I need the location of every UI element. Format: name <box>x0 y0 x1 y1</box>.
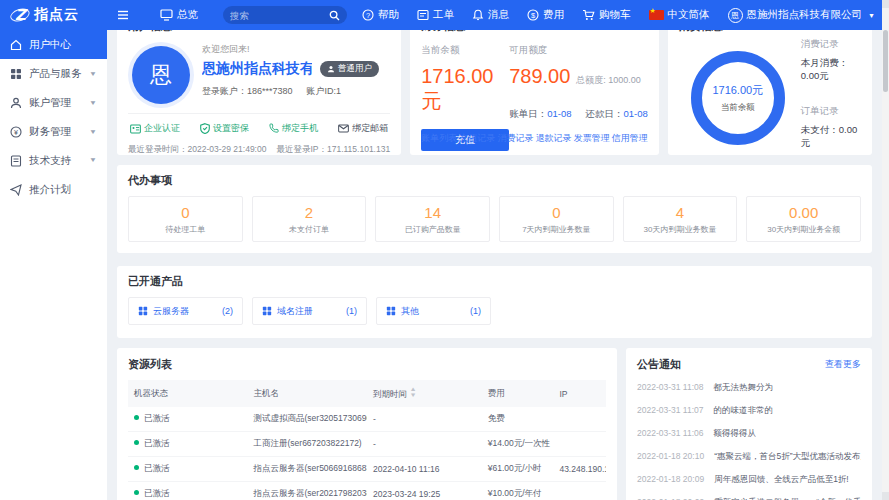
id-card-icon <box>130 124 141 134</box>
action-bind-phone[interactable]: 绑定手机 <box>269 122 318 135</box>
repay-day-link[interactable]: 01-08 <box>623 108 647 119</box>
announcement-item[interactable]: 2022-03-31 11:06 额得得得从 <box>637 422 861 445</box>
monitor-icon <box>160 9 173 21</box>
sort-icon[interactable]: ▲▼ <box>409 386 416 398</box>
chevron-down-icon: ▼ <box>868 12 875 19</box>
sidebar-item-finance-mgmt[interactable]: ¥ 财务管理 ▼ <box>0 117 107 146</box>
user-info-card: 用户信息 恩 欢迎您回来! 恩施州指点科技有... 普通用户 登录账户：186*… <box>117 10 401 155</box>
shield-check-icon <box>200 123 210 134</box>
stat-expiring-7d[interactable]: 07天内到期业务数量 <box>499 196 614 242</box>
credit-label: 可用额度 <box>509 44 648 57</box>
product-other[interactable]: 其他(1) <box>376 297 491 325</box>
link-credit-mgmt[interactable]: 信用管理 <box>612 132 648 145</box>
scroll-down-arrow[interactable] <box>882 492 889 500</box>
table-row[interactable]: 已激活 指点云服务器(ser506691686833) 2022-04-10 1… <box>128 457 606 482</box>
link-consume-records[interactable]: 消费记录 <box>497 132 533 145</box>
link-bill-list[interactable]: 账单列表 <box>421 132 457 145</box>
tab-overview[interactable]: 总览 <box>151 0 207 30</box>
stat-unpaid-orders[interactable]: 2未支付订单 <box>252 196 367 242</box>
announcements-title: 公告通知 <box>637 357 681 372</box>
action-security-question[interactable]: 设置密保 <box>200 122 249 135</box>
col-expire-time[interactable]: 到期时间▲▼ <box>367 380 482 407</box>
sidebar-item-user-center[interactable]: 用户中心 <box>0 30 107 59</box>
stat-pending-tickets[interactable]: 0待处理工单 <box>128 196 243 242</box>
nav-help[interactable]: ? 帮助 <box>353 0 408 30</box>
product-domain-registration[interactable]: 域名注册(1) <box>252 297 367 325</box>
cn-flag-icon <box>649 10 664 20</box>
hostname: 指点云服务器(ser506691686833) <box>248 457 368 482</box>
announcement-item[interactable]: 2022-03-31 11:07 的的味道非常的 <box>637 399 861 422</box>
bill-day-link[interactable]: 01-08 <box>547 108 571 119</box>
ip <box>553 432 606 457</box>
action-bind-email[interactable]: 绑定邮箱 <box>338 122 388 135</box>
logo-text: 指点云 <box>34 6 79 24</box>
expire-time: 2022-04-10 11:16 <box>367 457 482 482</box>
currency-icon: $ <box>527 9 539 21</box>
expire-time: - <box>367 432 482 457</box>
stat-expiring-30d[interactable]: 430天内到期业务数量 <box>623 196 738 242</box>
product-cloud-server[interactable]: 云服务器(2) <box>128 297 243 325</box>
todo-section: 代办事项 0待处理工单 2未支付订单 14已订购产品数量 07天内到期业务数量 … <box>117 165 872 253</box>
chevron-down-icon: ▼ <box>89 128 97 135</box>
machine-status: 已激活 <box>128 457 248 482</box>
app-logo[interactable]: Z 指点云 <box>0 6 107 24</box>
unpaid-amount: 未支付：0.00元 <box>801 124 861 150</box>
ip: 43.248.190.13 <box>553 457 606 482</box>
table-row[interactable]: 已激活 测试虚拟商品(ser320517306901) - 免费 <box>128 407 606 432</box>
scroll-up-arrow[interactable] <box>882 0 889 8</box>
nav-billing[interactable]: $ 费用 <box>518 0 573 30</box>
col-hostname: 主机名 <box>248 380 368 407</box>
expire-time: - <box>367 407 482 432</box>
total-credit: 总额度: 1000.00 <box>576 74 641 87</box>
announcement-item[interactable]: 2022-01-18 20:09 重新定义香港云服务器——“全新一代香港云主机”… <box>637 491 861 500</box>
stat-expiring-30d-amount[interactable]: 0.0030天内到期业务金额 <box>746 196 861 242</box>
scrollbar-thumb[interactable] <box>883 30 888 92</box>
announcement-item[interactable]: 2022-01-18 20:10 “惠聚云端，首台5折”大型优惠活动发布上线 <box>637 445 861 468</box>
announcement-item[interactable]: 2022-01-18 20:09 周年感恩回馈、全线云产品低至1折! <box>637 468 861 491</box>
link-invoice-mgmt[interactable]: 发票管理 <box>574 132 610 145</box>
col-machine-status: 机器状态 <box>128 380 248 407</box>
ticket-icon <box>417 9 429 21</box>
announcement-item[interactable]: 2022-03-31 11:08 都无法热舞分为 <box>637 376 861 399</box>
link-refund-records[interactable]: 退款记录 <box>536 132 572 145</box>
sidebar-item-tech-support[interactable]: 技术支持 ▼ <box>0 146 107 175</box>
hostname: 指点云服务器(ser202179820381) <box>248 482 368 500</box>
nav-cart[interactable]: 购物车 <box>573 0 640 30</box>
phone-icon <box>269 123 279 134</box>
sidebar-item-referral[interactable]: 推介计划 <box>0 175 107 204</box>
mail-icon <box>338 124 349 133</box>
welcome-text: 欢迎您回来! <box>202 43 379 56</box>
language-switcher[interactable]: 中文简体 <box>640 0 719 30</box>
menu-icon[interactable] <box>109 9 137 21</box>
search-icon[interactable] <box>329 10 340 21</box>
search-input[interactable] <box>230 10 329 21</box>
stat-ordered-products[interactable]: 14已订购产品数量 <box>375 196 490 242</box>
action-enterprise-verify[interactable]: 企业认证 <box>130 122 180 135</box>
products-section: 已开通产品 云服务器(2) 域名注册(1) 其他(1) <box>117 266 872 338</box>
nav-ticket[interactable]: 工单 <box>408 0 463 30</box>
sidebar-item-products-services[interactable]: 产品与服务 ▼ <box>0 59 107 88</box>
link-recharge-records[interactable]: 充值记录 <box>459 132 495 145</box>
resources-table: 机器状态 主机名 到期时间▲▼ 费用 IP 已激活 测试虚拟商品(ser3205… <box>128 380 606 500</box>
fee: ¥10.00元/年付 <box>482 482 554 500</box>
fee: 免费 <box>482 407 554 432</box>
grid-icon <box>262 306 272 316</box>
hostname: 测试虚拟商品(ser320517306901) <box>248 407 368 432</box>
month-consume: 本月消费：0.00元 <box>801 57 861 83</box>
col-fee: 费用 <box>482 380 554 407</box>
table-row[interactable]: 已激活 指点云服务器(ser202179820381) 2023-03-24 1… <box>128 482 606 500</box>
nav-messages[interactable]: 消息 <box>463 0 518 30</box>
view-more-link[interactable]: 查看更多 <box>825 358 861 371</box>
page-scrollbar[interactable] <box>882 0 889 500</box>
account-menu[interactable]: 恩 恩施州指点科技有限公司 ▼ <box>719 0 889 30</box>
order-records-label: 订单记录 <box>801 105 861 118</box>
sidebar-item-account-mgmt[interactable]: 账户管理 ▼ <box>0 88 107 117</box>
table-row[interactable]: 已激活 工商注册(ser667203822172) - ¥14.00元/一次性 <box>128 432 606 457</box>
user-icon <box>10 97 22 109</box>
last-login-ip: 最近登录IP：171.115.101.131 <box>276 144 390 156</box>
todo-title: 代办事项 <box>128 173 861 188</box>
announcements-section: 公告通知 查看更多 2022-03-31 11:08 都无法热舞分为 2022-… <box>626 348 872 500</box>
last-login-time: 最近登录时间：2022-03-29 21:49:00 <box>128 144 266 156</box>
header-search[interactable] <box>223 6 347 24</box>
status-dot <box>134 465 139 470</box>
